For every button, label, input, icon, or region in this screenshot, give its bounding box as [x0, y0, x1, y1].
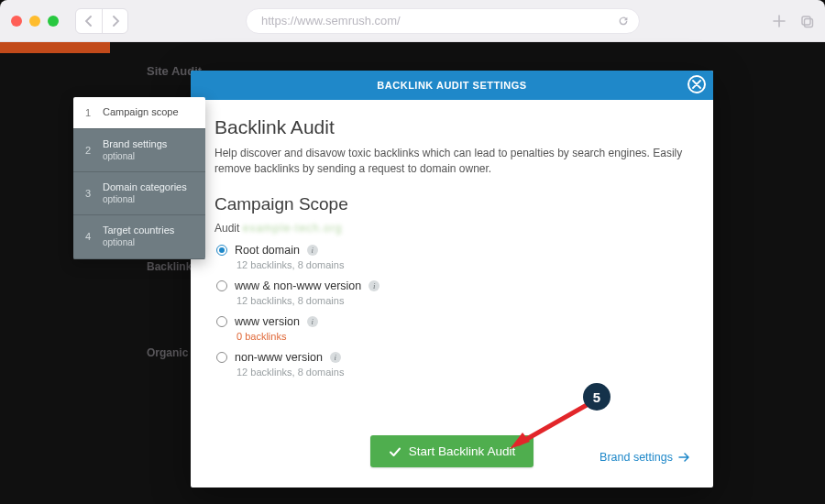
option-label: Root domain	[235, 244, 300, 257]
brand-settings-link[interactable]: Brand settings	[600, 451, 689, 464]
maximize-window-icon[interactable]	[48, 16, 59, 27]
modal-description: Help discover and disavow toxic backlink…	[214, 146, 689, 178]
radio-icon[interactable]	[216, 316, 227, 327]
new-tab-icon[interactable]	[772, 14, 786, 28]
section-title: Campaign Scope	[214, 194, 689, 214]
step-domain-categories[interactable]: 3 Domain categoriesoptional	[73, 172, 205, 215]
audit-domain-value: example-tech.org	[243, 222, 343, 235]
option-sub: 0 backlinks	[216, 331, 689, 342]
option-sub: 12 backlinks, 8 domains	[216, 367, 689, 378]
minimize-window-icon[interactable]	[29, 16, 40, 27]
option-label: www version	[235, 315, 300, 328]
annotation-arrow-icon	[502, 401, 594, 453]
browser-chrome: https://www.semrush.com/	[0, 0, 825, 42]
audit-domain-line: Audit example-tech.org	[214, 222, 689, 235]
option-nonwww[interactable]: non-www version i 12 backlinks, 8 domain…	[214, 351, 689, 378]
tabs-icon[interactable]	[799, 14, 814, 28]
brand-bar	[0, 42, 110, 53]
step-campaign-scope[interactable]: 1 Campaign scope	[73, 97, 205, 129]
info-icon[interactable]: i	[368, 280, 380, 291]
wizard-stepper: 1 Campaign scope 2 Brand settingsoptiona…	[73, 97, 205, 259]
close-window-icon[interactable]	[11, 16, 22, 27]
nav-buttons	[75, 8, 128, 34]
back-button[interactable]	[76, 9, 102, 33]
option-www[interactable]: www version i 0 backlinks	[214, 315, 689, 342]
settings-modal: BACKLINK AUDIT SETTINGS Backlink Audit H…	[191, 71, 713, 488]
step-label: Brand settingsoptional	[103, 138, 167, 162]
url-bar[interactable]: https://www.semrush.com/	[246, 8, 640, 34]
modal-footer: Start Backlink Audit Brand settings	[191, 421, 713, 488]
radio-icon[interactable]	[216, 280, 227, 291]
radio-icon[interactable]	[216, 352, 227, 363]
option-root-domain[interactable]: Root domain i 12 backlinks, 8 domains	[214, 244, 689, 270]
svg-rect-0	[802, 16, 810, 25]
step-brand-settings[interactable]: 2 Brand settingsoptional	[73, 129, 205, 172]
step-label: Campaign scope	[103, 106, 179, 119]
info-icon[interactable]: i	[330, 352, 341, 363]
modal-body: Backlink Audit Help discover and disavow…	[191, 100, 713, 488]
option-www-nonwww[interactable]: www & non-www version i 12 backlinks, 8 …	[214, 279, 689, 306]
start-button-label: Start Backlink Audit	[409, 444, 515, 458]
forward-button[interactable]	[102, 9, 127, 33]
radio-icon[interactable]	[216, 245, 227, 256]
option-sub: 12 backlinks, 8 domains	[216, 259, 689, 270]
step-target-countries[interactable]: 4 Target countriesoptional	[73, 215, 205, 258]
url-text: https://www.semrush.com/	[261, 14, 401, 27]
option-label: non-www version	[235, 351, 323, 364]
step-label: Domain categoriesoptional	[103, 181, 187, 205]
modal-header: BACKLINK AUDIT SETTINGS	[191, 71, 713, 100]
reload-icon[interactable]	[617, 15, 630, 27]
modal-title: Backlink Audit	[214, 116, 689, 138]
info-icon[interactable]: i	[307, 316, 318, 327]
scope-options: Root domain i 12 backlinks, 8 domains ww…	[214, 244, 689, 378]
arrow-right-icon	[678, 453, 689, 462]
window-controls	[11, 16, 59, 27]
option-sub: 12 backlinks, 8 domains	[216, 295, 689, 306]
check-icon	[389, 445, 402, 458]
annotation-badge: 5	[583, 383, 610, 411]
option-label: www & non-www version	[235, 279, 361, 292]
svg-rect-1	[805, 18, 813, 27]
info-icon[interactable]: i	[307, 245, 318, 256]
close-icon[interactable]	[688, 75, 706, 93]
modal-header-title: BACKLINK AUDIT SETTINGS	[377, 80, 526, 91]
step-label: Target countriesoptional	[103, 225, 174, 248]
